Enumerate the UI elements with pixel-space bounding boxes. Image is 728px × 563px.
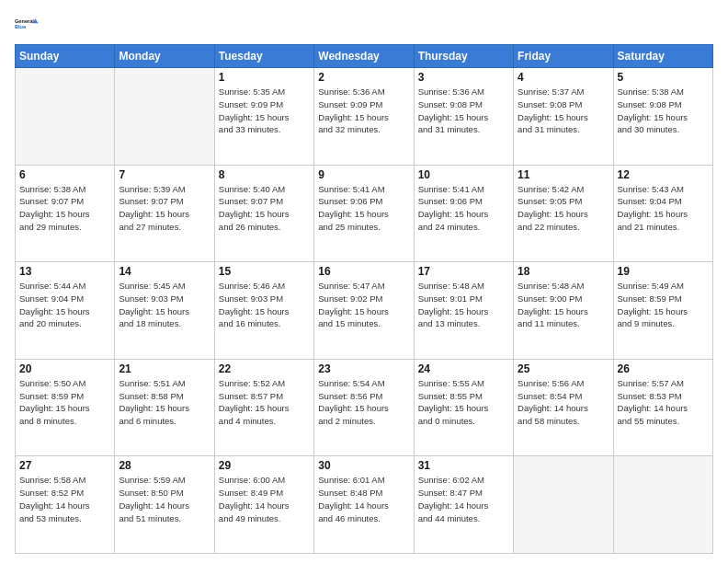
calendar-cell: 7Sunrise: 5:39 AM Sunset: 9:07 PM Daylig… <box>115 165 214 262</box>
cell-info: Sunrise: 5:48 AM Sunset: 9:00 PM Dayligh… <box>518 280 609 330</box>
day-number: 19 <box>618 265 709 278</box>
calendar-week-4: 20Sunrise: 5:50 AM Sunset: 8:59 PM Dayli… <box>16 359 713 456</box>
cell-info: Sunrise: 5:57 AM Sunset: 8:53 PM Dayligh… <box>618 377 709 428</box>
cell-info: Sunrise: 5:58 AM Sunset: 8:52 PM Dayligh… <box>19 474 110 524</box>
cell-info: Sunrise: 6:01 AM Sunset: 8:48 PM Dayligh… <box>318 474 409 524</box>
calendar-cell: 3Sunrise: 5:36 AM Sunset: 9:08 PM Daylig… <box>414 68 513 166</box>
day-number: 6 <box>19 168 110 181</box>
cell-info: Sunrise: 5:46 AM Sunset: 9:03 PM Dayligh… <box>219 280 310 330</box>
weekday-header-friday: Friday <box>514 45 613 68</box>
cell-info: Sunrise: 5:37 AM Sunset: 9:08 PM Dayligh… <box>518 86 609 136</box>
cell-info: Sunrise: 5:50 AM Sunset: 8:59 PM Dayligh… <box>19 377 110 428</box>
cell-info: Sunrise: 5:59 AM Sunset: 8:50 PM Dayligh… <box>119 474 210 524</box>
calendar-cell: 2Sunrise: 5:36 AM Sunset: 9:09 PM Daylig… <box>314 68 414 166</box>
calendar-cell: 15Sunrise: 5:46 AM Sunset: 9:03 PM Dayli… <box>214 262 313 360</box>
cell-info: Sunrise: 5:36 AM Sunset: 9:08 PM Dayligh… <box>418 86 509 136</box>
cell-info: Sunrise: 5:41 AM Sunset: 9:06 PM Dayligh… <box>418 183 509 234</box>
day-number: 8 <box>219 168 310 181</box>
weekday-header-tuesday: Tuesday <box>214 45 313 68</box>
day-number: 2 <box>318 71 409 84</box>
calendar-cell <box>613 456 712 554</box>
day-number: 30 <box>318 459 409 472</box>
logo: GeneralBlue <box>15 11 40 37</box>
calendar-cell: 5Sunrise: 5:38 AM Sunset: 9:08 PM Daylig… <box>613 68 712 166</box>
calendar-cell: 13Sunrise: 5:44 AM Sunset: 9:04 PM Dayli… <box>16 262 115 360</box>
calendar-cell: 27Sunrise: 5:58 AM Sunset: 8:52 PM Dayli… <box>16 456 115 554</box>
calendar-cell <box>16 68 115 166</box>
calendar-cell: 24Sunrise: 5:55 AM Sunset: 8:55 PM Dayli… <box>414 359 513 456</box>
calendar-table: SundayMondayTuesdayWednesdayThursdayFrid… <box>15 44 713 554</box>
cell-info: Sunrise: 5:48 AM Sunset: 9:01 PM Dayligh… <box>418 280 509 330</box>
day-number: 5 <box>618 71 709 84</box>
calendar-cell <box>514 456 613 554</box>
day-number: 3 <box>418 71 509 84</box>
calendar-cell: 14Sunrise: 5:45 AM Sunset: 9:03 PM Dayli… <box>115 262 214 360</box>
day-number: 20 <box>19 362 110 375</box>
cell-info: Sunrise: 5:38 AM Sunset: 9:08 PM Dayligh… <box>618 86 709 136</box>
day-number: 7 <box>119 168 210 181</box>
calendar-cell: 12Sunrise: 5:43 AM Sunset: 9:04 PM Dayli… <box>613 165 712 262</box>
day-number: 9 <box>318 168 409 181</box>
calendar-cell: 26Sunrise: 5:57 AM Sunset: 8:53 PM Dayli… <box>613 359 712 456</box>
calendar-cell: 17Sunrise: 5:48 AM Sunset: 9:01 PM Dayli… <box>414 262 513 360</box>
day-number: 25 <box>518 362 609 375</box>
cell-info: Sunrise: 5:36 AM Sunset: 9:09 PM Dayligh… <box>318 86 409 136</box>
calendar-cell: 11Sunrise: 5:42 AM Sunset: 9:05 PM Dayli… <box>514 165 613 262</box>
cell-info: Sunrise: 6:00 AM Sunset: 8:49 PM Dayligh… <box>219 474 310 524</box>
calendar-cell: 30Sunrise: 6:01 AM Sunset: 8:48 PM Dayli… <box>314 456 414 554</box>
cell-info: Sunrise: 5:44 AM Sunset: 9:04 PM Dayligh… <box>19 280 110 330</box>
day-number: 10 <box>418 168 509 181</box>
day-number: 14 <box>119 265 210 278</box>
cell-info: Sunrise: 5:42 AM Sunset: 9:05 PM Dayligh… <box>518 183 609 234</box>
calendar-cell: 20Sunrise: 5:50 AM Sunset: 8:59 PM Dayli… <box>16 359 115 456</box>
weekday-header-sunday: Sunday <box>16 45 115 68</box>
calendar-week-2: 6Sunrise: 5:38 AM Sunset: 9:07 PM Daylig… <box>16 165 713 262</box>
day-number: 21 <box>119 362 210 375</box>
calendar-cell: 23Sunrise: 5:54 AM Sunset: 8:56 PM Dayli… <box>314 359 414 456</box>
cell-info: Sunrise: 5:39 AM Sunset: 9:07 PM Dayligh… <box>119 183 210 234</box>
day-number: 12 <box>618 168 709 181</box>
cell-info: Sunrise: 5:38 AM Sunset: 9:07 PM Dayligh… <box>19 183 110 234</box>
logo-icon: GeneralBlue <box>15 11 40 37</box>
day-number: 27 <box>19 459 110 472</box>
day-number: 15 <box>219 265 310 278</box>
calendar-week-5: 27Sunrise: 5:58 AM Sunset: 8:52 PM Dayli… <box>16 456 713 554</box>
day-number: 17 <box>418 265 509 278</box>
calendar-cell: 6Sunrise: 5:38 AM Sunset: 9:07 PM Daylig… <box>16 165 115 262</box>
day-number: 16 <box>318 265 409 278</box>
calendar-cell: 4Sunrise: 5:37 AM Sunset: 9:08 PM Daylig… <box>514 68 613 166</box>
day-number: 22 <box>219 362 310 375</box>
cell-info: Sunrise: 5:45 AM Sunset: 9:03 PM Dayligh… <box>119 280 210 330</box>
day-number: 4 <box>518 71 609 84</box>
calendar-week-3: 13Sunrise: 5:44 AM Sunset: 9:04 PM Dayli… <box>16 262 713 360</box>
weekday-header-saturday: Saturday <box>613 45 712 68</box>
day-number: 28 <box>119 459 210 472</box>
calendar-cell: 29Sunrise: 6:00 AM Sunset: 8:49 PM Dayli… <box>214 456 313 554</box>
page-header: GeneralBlue <box>15 11 713 37</box>
cell-info: Sunrise: 5:52 AM Sunset: 8:57 PM Dayligh… <box>219 377 310 428</box>
calendar-cell: 10Sunrise: 5:41 AM Sunset: 9:06 PM Dayli… <box>414 165 513 262</box>
svg-text:Blue: Blue <box>15 24 26 29</box>
calendar-page: GeneralBlue SundayMondayTuesdayWednesday… <box>0 0 728 563</box>
day-number: 29 <box>219 459 310 472</box>
cell-info: Sunrise: 5:47 AM Sunset: 9:02 PM Dayligh… <box>318 280 409 330</box>
svg-text:General: General <box>15 18 34 24</box>
calendar-cell: 21Sunrise: 5:51 AM Sunset: 8:58 PM Dayli… <box>115 359 214 456</box>
cell-info: Sunrise: 5:51 AM Sunset: 8:58 PM Dayligh… <box>119 377 210 428</box>
cell-info: Sunrise: 5:43 AM Sunset: 9:04 PM Dayligh… <box>618 183 709 234</box>
cell-info: Sunrise: 5:40 AM Sunset: 9:07 PM Dayligh… <box>219 183 310 234</box>
calendar-cell: 9Sunrise: 5:41 AM Sunset: 9:06 PM Daylig… <box>314 165 414 262</box>
calendar-cell: 22Sunrise: 5:52 AM Sunset: 8:57 PM Dayli… <box>214 359 313 456</box>
weekday-header-row: SundayMondayTuesdayWednesdayThursdayFrid… <box>16 45 713 68</box>
calendar-cell: 28Sunrise: 5:59 AM Sunset: 8:50 PM Dayli… <box>115 456 214 554</box>
cell-info: Sunrise: 5:49 AM Sunset: 8:59 PM Dayligh… <box>618 280 709 330</box>
cell-info: Sunrise: 6:02 AM Sunset: 8:47 PM Dayligh… <box>418 474 509 524</box>
calendar-cell: 16Sunrise: 5:47 AM Sunset: 9:02 PM Dayli… <box>314 262 414 360</box>
calendar-cell: 1Sunrise: 5:35 AM Sunset: 9:09 PM Daylig… <box>214 68 313 166</box>
calendar-cell: 18Sunrise: 5:48 AM Sunset: 9:00 PM Dayli… <box>514 262 613 360</box>
day-number: 26 <box>618 362 709 375</box>
calendar-cell: 31Sunrise: 6:02 AM Sunset: 8:47 PM Dayli… <box>414 456 513 554</box>
weekday-header-wednesday: Wednesday <box>314 45 414 68</box>
weekday-header-monday: Monday <box>115 45 214 68</box>
cell-info: Sunrise: 5:41 AM Sunset: 9:06 PM Dayligh… <box>318 183 409 234</box>
